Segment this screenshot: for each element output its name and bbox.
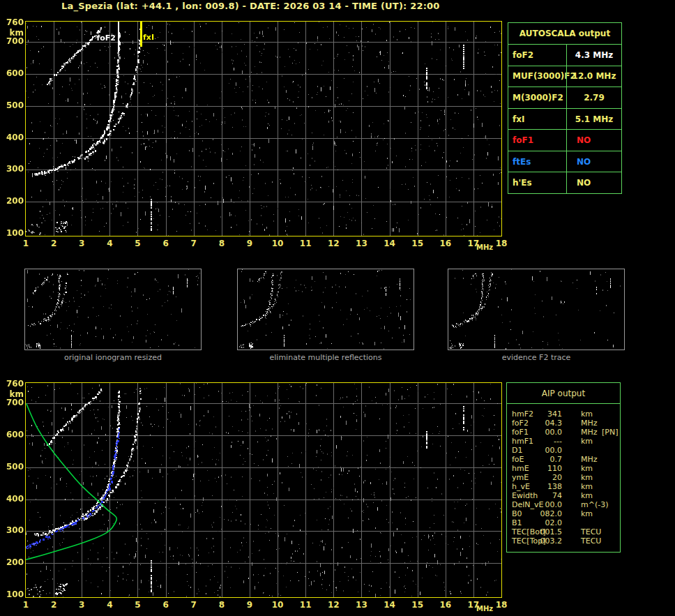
autoscala-row-fxi: fxI5.1 MHz <box>508 108 621 130</box>
y-axis-unit: km <box>0 28 24 38</box>
x-tick-label: 10 <box>268 600 287 610</box>
x-tick-label: 9 <box>241 600 259 610</box>
aip-row-hmf2: hmF2341km <box>507 410 620 419</box>
aip-cell: hmE <box>512 464 529 473</box>
x-tick-label: 15 <box>409 239 427 248</box>
y-tick-label: 500 <box>0 100 24 110</box>
aip-cell: hmF1 <box>512 437 533 446</box>
aip-cell: 082.0 <box>533 509 562 518</box>
main-ionogram-plot: foF2 fxI <box>25 21 502 236</box>
aip-cell: h_vE <box>512 482 530 491</box>
thumbnail3-canvas <box>448 269 624 350</box>
aip-cell: 00.0 <box>533 446 562 455</box>
aip-cell: 003.2 <box>533 536 562 546</box>
y-tick-label: 700 <box>0 36 24 46</box>
aip-cell: km <box>581 491 593 500</box>
autoscala-row-fof2: foF24.3 MHz <box>508 44 621 66</box>
x-tick-label: 8 <box>213 239 231 248</box>
x-tick-label: 10 <box>268 239 287 248</box>
x-tick-label: 7 <box>185 239 203 248</box>
autoscala-param-value: NO <box>566 172 621 193</box>
autoscala-row-hes: h'EsNO <box>508 172 621 193</box>
aip-cell: 02.0 <box>533 518 562 527</box>
x-tick-label: 2 <box>45 239 63 248</box>
aip-cell: km <box>581 464 593 473</box>
x-axis-unit: MHz <box>476 243 493 251</box>
x-tick-label: 18 <box>492 600 510 610</box>
aip-cell: 04.3 <box>533 419 562 428</box>
autoscala-param-value: NO <box>566 151 621 172</box>
x-tick-label: 9 <box>241 239 259 248</box>
x-tick-label: 13 <box>352 239 370 248</box>
aip-cell: --- <box>533 437 562 446</box>
x-tick-label: 3 <box>73 600 91 610</box>
y-tick-label: 300 <box>0 525 24 535</box>
autoscala-param-label: ftEs <box>508 151 566 172</box>
aip-cell: km <box>581 437 593 446</box>
aip-cell: 001.5 <box>533 527 562 536</box>
aip-row-tecbot: TEC[Bot]001.5TECU <box>507 527 620 536</box>
thumbnail3-caption: evidence F2 trace <box>448 353 625 362</box>
y-tick-label: 200 <box>0 557 24 567</box>
x-tick-label: 1 <box>17 600 35 610</box>
aip-cell: 138 <box>533 482 562 491</box>
aip-cell: foF1 <box>512 428 529 437</box>
thumbnail-evidence-f2 <box>448 269 625 350</box>
y-tick-label: 300 <box>0 164 24 174</box>
aip-row-ewidth: Ewidth74km <box>507 491 620 500</box>
aip-cell: 0.7 <box>533 455 562 464</box>
fxi-marker-line <box>140 22 142 47</box>
autoscala-row-ftes: ftEsNO <box>508 151 621 172</box>
x-tick-label: 16 <box>437 239 455 248</box>
profile-ionogram-canvas <box>26 383 501 597</box>
x-tick-label: 15 <box>409 600 427 610</box>
aip-cell: TECU <box>581 527 601 536</box>
main-ionogram-canvas <box>26 22 501 236</box>
x-tick-label: 18 <box>492 239 510 248</box>
y-tick-label: 400 <box>0 494 24 504</box>
autoscala-param-value: 2.79 <box>566 87 621 108</box>
profile-ionogram-plot <box>25 382 502 598</box>
x-tick-label: 16 <box>437 600 455 610</box>
x-tick-label: 14 <box>381 239 399 248</box>
thumbnail2-canvas <box>238 269 414 350</box>
aip-cell: TECU <box>581 536 601 546</box>
x-tick-label: 8 <box>213 600 231 610</box>
y-tick-label: 760 <box>0 379 24 389</box>
x-tick-label: 1 <box>17 239 35 248</box>
x-tick-label: 6 <box>157 600 175 610</box>
x-tick-label: 11 <box>296 600 314 610</box>
x-tick-label: 2 <box>45 600 63 610</box>
aip-row-tectop: TEC[Top]003.2TECU <box>507 536 620 546</box>
thumbnail1-caption: original ionogram resized <box>24 353 202 362</box>
autoscala-param-label: MUF(3000)F2 <box>508 66 566 87</box>
thumbnail-eliminate-reflections <box>237 269 414 350</box>
aip-cell: B1 <box>512 518 522 527</box>
autoscala-row-fof1: foF1NO <box>508 129 621 151</box>
aip-row-hmf1: hmF1---km <box>507 437 620 446</box>
autoscala-param-label: fxI <box>508 109 566 130</box>
y-axis-unit: km <box>0 389 24 399</box>
aip-cell: [PN] <box>602 428 618 437</box>
aip-cell: MHz <box>581 455 598 464</box>
autoscala-param-label: foF1 <box>508 130 566 151</box>
aip-cell: hmF2 <box>512 410 533 419</box>
aip-cell: 00.0 <box>533 500 562 509</box>
aip-cell: m^(-3) <box>581 500 608 509</box>
aip-cell: foF2 <box>512 419 529 428</box>
fxi-label: fxI <box>143 33 154 42</box>
aip-cell: B0 <box>512 509 522 518</box>
x-tick-label: 3 <box>73 239 91 248</box>
y-tick-label: 700 <box>0 398 24 407</box>
autoscala-param-value: NO <box>566 130 621 151</box>
y-tick-label: 400 <box>0 133 24 142</box>
station-title: La_Spezia (lat: +44.1 , lon: 009.8) - DA… <box>61 1 440 11</box>
aip-cell: km <box>581 410 593 419</box>
thumbnail1-canvas <box>25 269 201 350</box>
x-tick-label: 4 <box>100 600 119 610</box>
aip-row-foe: foE0.7MHz <box>507 455 620 464</box>
x-tick-label: 11 <box>296 239 314 248</box>
x-tick-label: 14 <box>381 600 399 610</box>
aip-cell: 341 <box>533 410 562 419</box>
autoscala-param-label: h'Es <box>508 172 566 193</box>
